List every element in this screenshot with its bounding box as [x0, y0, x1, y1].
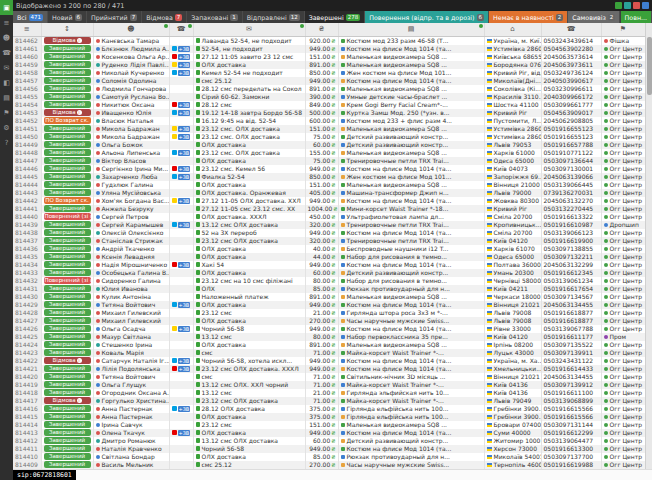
table-row[interactable]: 814410ЗавершенийСвітлана БондарОЛХ доста… — [13, 453, 645, 461]
table-row[interactable]: 814419ЗавершенийОльга Глущук13.12 смс ОЛ… — [13, 381, 645, 389]
status-badge[interactable]: Завершений — [44, 293, 91, 300]
call-chip[interactable]: +3В — [178, 198, 191, 204]
table-row[interactable]: 814437ЗавершенийСтаніслав Стрижак23.12 с… — [13, 237, 645, 245]
table-row[interactable]: 814427ЗавершенийМихаил ГилевскийОЛХ дост… — [13, 317, 645, 325]
status-badge[interactable]: Завершений — [44, 53, 91, 60]
table-row[interactable]: 814436ЗавершенийАндрій ТкаченкоОЛХ доста… — [13, 245, 645, 253]
call-chip[interactable]: +3В — [178, 262, 191, 268]
table-row[interactable]: 814412ЗавершенийДмитро Романюк13.12 смс … — [13, 437, 645, 445]
status-badge[interactable]: Завершений — [44, 461, 91, 468]
table-row[interactable]: 814441ЗавершенийАнжела Безруку27.12 11-0… — [13, 205, 645, 213]
table-row[interactable]: 814451ЗавершенийМикола Бадражан+3В23.12 … — [13, 125, 645, 133]
status-badge[interactable]: Завершений — [44, 245, 91, 252]
flags-icon[interactable]: ⚑ — [0, 105, 13, 120]
table-row[interactable]: 814411ЗавершенийНаталія КравченкоЧорний … — [13, 445, 645, 453]
column-source[interactable]: ⚑ — [601, 23, 645, 36]
call-chip[interactable]: +3В — [178, 302, 191, 308]
status-badge[interactable]: Завершений — [44, 317, 91, 324]
orders-icon[interactable]: ≡ — [0, 15, 13, 30]
status-badge[interactable]: ПО Возврат ск. — [44, 197, 91, 204]
logo-icon[interactable]: ▣ — [0, 0, 13, 15]
refresh-icon[interactable] — [615, 2, 622, 9]
status-badge[interactable]: Завершений — [44, 221, 91, 228]
table-row[interactable]: 814458ЗавершенийНиколай Кучеренко+3ВКеме… — [13, 69, 645, 77]
table-row[interactable]: 814420ЗавершенийТетяна Войтовичсмс71.00₴… — [13, 373, 645, 381]
table-row[interactable]: 814443ЗавершенийУляна МусійовськаОЛХ дос… — [13, 189, 645, 197]
call-chip[interactable]: +3В — [178, 358, 191, 364]
table-row[interactable]: 814459ЗавершенийРуденко Лідія Павлі...+3… — [13, 61, 645, 69]
status-badge[interactable]: Завершений — [44, 173, 91, 180]
status-badge[interactable]: Завершений — [44, 365, 91, 372]
tab-returns[interactable]: Повернення (відпр. та в дорозі)6 — [365, 11, 489, 23]
status-badge[interactable]: Відмоваi — [44, 357, 91, 364]
table-row[interactable]: 814413ЗавершенийОлена Ткачук+3ВОЛХ доста… — [13, 429, 645, 437]
status-badge[interactable]: Завершений — [44, 373, 91, 380]
status-badge[interactable]: Повернений (зі скл..) — [44, 277, 91, 284]
status-badge[interactable]: Завершений — [44, 69, 91, 76]
table-row[interactable]: 814453ВідмоваiИващенко Юлія+3В19.12 14-1… — [13, 109, 645, 117]
table-row[interactable]: 814418ЗавершенийОгородник Оксана А...13.… — [13, 389, 645, 397]
table-row[interactable]: 814460ЗавершенийКосенкова Ольга Ар...+3В… — [13, 53, 645, 61]
status-badge[interactable]: Завершений — [44, 437, 91, 444]
table-row[interactable]: 814439ЗавершенийСергей Карамышев+3В13.12… — [13, 221, 645, 229]
status-badge[interactable]: Завершений — [44, 133, 91, 140]
table-row[interactable]: 814414ЗавершенийІрина Савчук23.12 смс151… — [13, 421, 645, 429]
table-row[interactable]: 814416ЗавершенийАнна Пастернак+3В28.12 О… — [13, 405, 645, 413]
table-row[interactable]: 814445ЗавершенийЗахарченко Люба+3ВФиалка… — [13, 173, 645, 181]
status-badge[interactable]: Завершений — [44, 261, 91, 268]
call-chip[interactable]: +3В — [178, 406, 191, 412]
status-badge[interactable]: Завершений — [44, 301, 91, 308]
table-row[interactable]: 814424ЗавершенийСтешенко ІринаОЛХ достав… — [13, 341, 645, 349]
settings-icon[interactable]: ⚙ — [0, 120, 13, 135]
table-row[interactable]: 814462ВідмоваiКанєвська ТамараЛаванда 52… — [13, 36, 645, 45]
table-row[interactable]: 814446ЗавершенийСергієнко Ірина Ми...+3В… — [13, 165, 645, 173]
status-badge[interactable]: Завершений — [44, 93, 91, 100]
tab-more[interactable]: Повн... — [621, 11, 652, 23]
products-icon[interactable]: ▤ — [0, 90, 13, 105]
table-row[interactable]: 814452ПО Возврат ск.Власюк Наталья16.12 … — [13, 117, 645, 125]
calls-icon[interactable]: ☎ — [0, 45, 13, 60]
status-badge[interactable]: Завершений — [44, 45, 91, 52]
call-chip[interactable]: +3В — [178, 70, 191, 76]
help-icon[interactable]: ? — [0, 135, 13, 150]
table-row[interactable]: 814430ЗавершенийКулик АнтонінаНаложенный… — [13, 293, 645, 301]
status-badge[interactable]: ПО Возврат ск. — [44, 117, 91, 124]
column-comment[interactable]: ✉ — [193, 23, 305, 36]
table-row[interactable]: 814440Повернений (зі скл..)Сергей Петров… — [13, 213, 645, 221]
vertical-scrollbar[interactable] — [645, 23, 652, 469]
table-row[interactable]: 814456ЗавершенийЛюдмила Гончарова28.12 с… — [13, 85, 645, 93]
tab-out-of-stock[interactable]: Немає в наявності2 — [489, 11, 568, 23]
status-badge[interactable]: Завершений — [44, 333, 91, 340]
call-chip[interactable]: +3В — [178, 326, 191, 332]
column-status[interactable]: ↕ — [41, 23, 93, 36]
column-phone[interactable]: ☎ — [541, 23, 601, 36]
table-row[interactable]: 814417ВідмоваiГоргулько Христина...23.12… — [13, 397, 645, 405]
table-row[interactable]: 814449ЗавершенийОльга БожокОЛХ доставка6… — [13, 141, 645, 149]
call-chip[interactable]: +3В — [178, 174, 191, 180]
status-badge[interactable]: Завершений — [44, 405, 91, 412]
column-product[interactable]: ▤ — [338, 23, 484, 36]
status-badge[interactable]: Завершений — [44, 253, 91, 260]
table-row[interactable]: 814415ЗавершенийАнна ПастернакОЛХ достав… — [13, 413, 645, 421]
notifications-icon[interactable] — [633, 2, 640, 9]
filter-icon[interactable] — [624, 2, 631, 9]
status-badge[interactable]: Завершений — [44, 413, 91, 420]
table-row[interactable]: 814409ЗавершенийВасиль Мельниксмс 25.122… — [13, 461, 645, 469]
table-row[interactable]: 814447ЗавершенийВіктор ВласовОЛХ доставк… — [13, 157, 645, 165]
call-chip[interactable]: +3В — [178, 430, 191, 436]
table-row[interactable]: 814435ЗавершенийКсенія ЛевадняяОЛХ доста… — [13, 253, 645, 261]
settings-gear-icon[interactable] — [642, 2, 649, 9]
call-chip[interactable]: +3В — [178, 110, 191, 116]
call-chip[interactable]: +3В — [178, 166, 191, 172]
status-badge[interactable]: Повернений (зі скл..) — [44, 213, 91, 220]
column-operator[interactable]: ☎ — [169, 23, 193, 36]
status-badge[interactable]: Завершений — [44, 149, 91, 156]
table-row[interactable]: 814432Повернений (зі скл..)Сидоренко Гал… — [13, 277, 645, 285]
table-row[interactable]: 814426ЗавершенийОльга Осадча+3ВЧорний 56… — [13, 325, 645, 333]
status-badge[interactable]: Завершений — [44, 61, 91, 68]
tab-declined[interactable]: Відмова7 — [142, 11, 187, 23]
status-badge[interactable]: Завершений — [44, 165, 91, 172]
status-badge[interactable]: Завершений — [44, 429, 91, 436]
status-badge[interactable]: Завершений — [44, 205, 91, 212]
table-row[interactable]: 814442ПО Возврат ск.Хом'як Богдана Вас..… — [13, 197, 645, 205]
